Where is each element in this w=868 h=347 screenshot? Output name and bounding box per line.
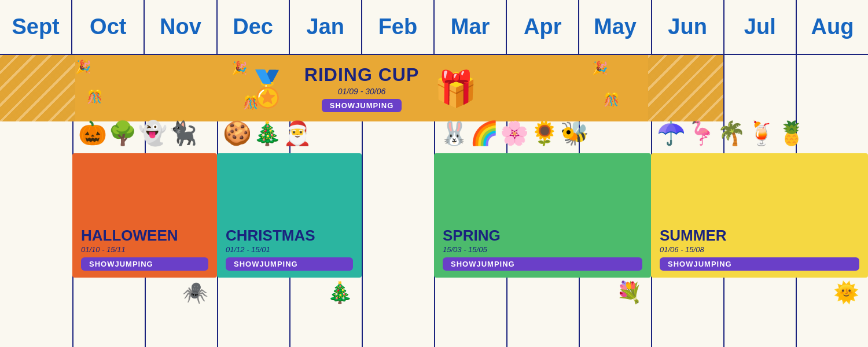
emoji-3-2: 🌴 bbox=[717, 121, 746, 145]
extra-emoji-3: 🌞 bbox=[833, 280, 859, 305]
month-header-nov: Nov bbox=[145, 0, 217, 54]
emoji-3-0: ☂️ bbox=[657, 121, 686, 145]
event-dates-christmas: 01/12 - 15/01 bbox=[226, 245, 353, 254]
month-header-feb: Feb bbox=[362, 0, 435, 54]
event-box-summer[interactable]: SUMMER01/06 - 15/08SHOWJUMPING bbox=[651, 153, 868, 278]
event-emoji-row-1: 🍪🎄🎅 bbox=[223, 121, 312, 145]
month-header-dec: Dec bbox=[218, 0, 290, 54]
event-title-spring: SPRING bbox=[443, 227, 642, 244]
event-badge-spring: SHOWJUMPING bbox=[443, 257, 642, 271]
extra-emoji-1: 🎄 bbox=[327, 280, 353, 305]
emoji-1-2: 🎅 bbox=[283, 121, 312, 145]
month-header-sept: Sept bbox=[0, 0, 72, 54]
riding-cup-content: RIDING CUP01/09 - 30/06SHOWJUMPING bbox=[304, 64, 419, 112]
event-title-christmas: CHRISTMAS bbox=[226, 227, 353, 244]
extra-emoji-2: 💐 bbox=[616, 280, 642, 305]
confetti-5: 🎊 bbox=[604, 93, 619, 108]
month-header-aug: Aug bbox=[797, 0, 868, 54]
calendar-view: SeptOctNovDecJanFebMarAprMayJunJulAug 🎉🎊… bbox=[0, 0, 868, 347]
emoji-2-2: 🌸 bbox=[500, 121, 529, 145]
event-badge-halloween: SHOWJUMPING bbox=[81, 257, 208, 271]
month-header-jun: Jun bbox=[652, 0, 724, 54]
riding-cup-title: RIDING CUP bbox=[304, 64, 419, 86]
confetti-4: 🎉 bbox=[592, 61, 608, 76]
emoji-3-4: 🍍 bbox=[777, 121, 806, 145]
month-header-jul: Jul bbox=[724, 0, 797, 54]
emoji-2-3: 🌻 bbox=[530, 121, 559, 145]
emoji-1-0: 🍪 bbox=[223, 121, 252, 145]
emoji-2-0: 🐰 bbox=[440, 121, 469, 145]
event-emoji-row-0: 🎃🌳👻🐈‍⬛ bbox=[78, 121, 197, 145]
event-dates-summer: 01/06 - 15/08 bbox=[660, 245, 859, 254]
emoji-2-4: 🐝 bbox=[560, 121, 589, 145]
gift-icon: 🎁 bbox=[434, 68, 477, 109]
event-title-summer: SUMMER bbox=[660, 227, 859, 244]
texture-right bbox=[648, 55, 723, 121]
emoji-0-2: 👻 bbox=[138, 121, 167, 145]
month-header-mar: Mar bbox=[435, 0, 507, 54]
month-header-jan: Jan bbox=[290, 0, 362, 54]
riding-cup-dates: 01/09 - 30/06 bbox=[338, 87, 386, 96]
riding-cup-banner[interactable]: 🎉🎊🎉🎊🎉🎊🏅🎁RIDING CUP01/09 - 30/06SHOWJUMPI… bbox=[0, 55, 723, 121]
event-badge-summer: SHOWJUMPING bbox=[660, 257, 859, 271]
event-emoji-row-3: ☂️🦩🌴🍹🍍 bbox=[657, 121, 806, 145]
confetti-2: 🎉 bbox=[231, 61, 247, 76]
riding-cup-badge: SHOWJUMPING bbox=[322, 99, 402, 112]
medal-icon: 🏅 bbox=[246, 68, 289, 109]
emoji-3-1: 🦩 bbox=[687, 121, 716, 145]
emoji-2-1: 🌈 bbox=[470, 121, 499, 145]
texture-left bbox=[0, 55, 75, 121]
month-header-apr: Apr bbox=[507, 0, 579, 54]
event-emoji-row-2: 🐰🌈🌸🌻🐝 bbox=[440, 121, 589, 145]
extra-emoji-0: 🕷️ bbox=[182, 280, 208, 305]
event-dates-halloween: 01/10 - 15/11 bbox=[81, 245, 208, 254]
emoji-0-1: 🌳 bbox=[108, 121, 137, 145]
month-header-oct: Oct bbox=[72, 0, 145, 54]
event-box-spring[interactable]: SPRING15/03 - 15/05SHOWJUMPING bbox=[434, 153, 651, 278]
month-header-row: SeptOctNovDecJanFebMarAprMayJunJulAug bbox=[0, 0, 868, 55]
confetti-1: 🎊 bbox=[87, 90, 102, 105]
event-dates-spring: 15/03 - 15/05 bbox=[443, 245, 642, 254]
content-area: 🎉🎊🎉🎊🎉🎊🏅🎁RIDING CUP01/09 - 30/06SHOWJUMPI… bbox=[0, 55, 868, 347]
event-box-christmas[interactable]: CHRISTMAS01/12 - 15/01SHOWJUMPING bbox=[217, 153, 362, 278]
emoji-1-1: 🎄 bbox=[253, 121, 282, 145]
confetti-0: 🎉 bbox=[75, 60, 91, 75]
event-box-halloween[interactable]: HALLOWEEN01/10 - 15/11SHOWJUMPING bbox=[72, 153, 217, 278]
emoji-0-3: 🐈‍⬛ bbox=[168, 121, 197, 145]
emoji-0-0: 🎃 bbox=[78, 121, 107, 145]
event-badge-christmas: SHOWJUMPING bbox=[226, 257, 353, 271]
month-header-may: May bbox=[579, 0, 652, 54]
emoji-3-3: 🍹 bbox=[747, 121, 776, 145]
event-title-halloween: HALLOWEEN bbox=[81, 227, 208, 244]
